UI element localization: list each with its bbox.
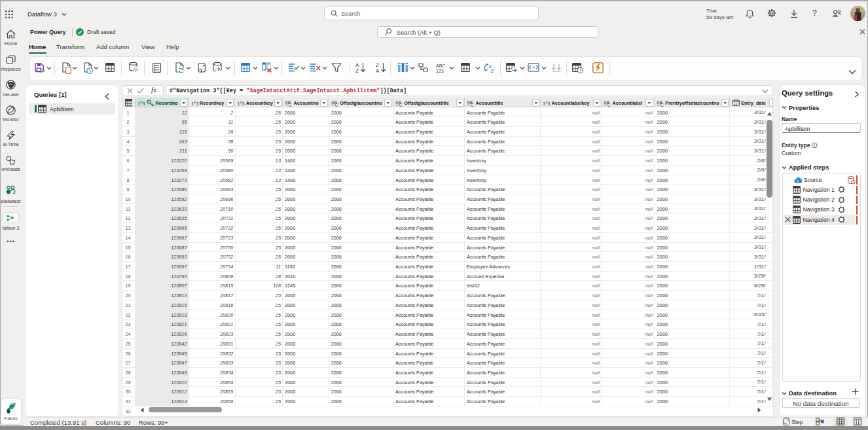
svg-text:A: A (355, 62, 359, 68)
svg-text:3: 3 (242, 101, 244, 107)
svg-text:3: 3 (547, 101, 550, 107)
svg-text:3: 3 (196, 101, 198, 107)
svg-text:c: c (797, 179, 799, 183)
svg-text:Z: Z (376, 62, 379, 68)
svg-text:C: C (335, 103, 338, 107)
svg-text:C: C (607, 103, 611, 107)
svg-text:C: C (660, 103, 664, 107)
svg-text:2: 2 (491, 68, 494, 74)
svg-text:C: C (471, 103, 474, 107)
svg-text:123: 123 (436, 69, 444, 73)
svg-text:C: C (289, 103, 292, 107)
svg-text:A: A (376, 68, 380, 73)
svg-text:C: C (399, 103, 402, 107)
svg-text:ABC: ABC (436, 63, 445, 68)
svg-text:3: 3 (142, 101, 145, 107)
svg-text:Z: Z (355, 68, 359, 73)
